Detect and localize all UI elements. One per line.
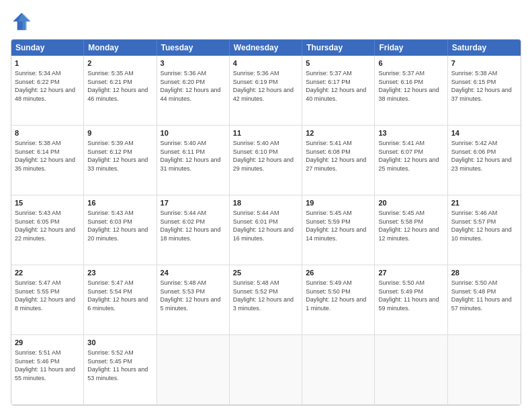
calendar-cell-day-10: 10Sunrise: 5:40 AMSunset: 6:11 PMDayligh… (157, 126, 230, 195)
cell-info: Sunrise: 5:41 AMSunset: 6:08 PMDaylight:… (306, 140, 366, 172)
calendar-body: 1Sunrise: 5:34 AMSunset: 6:22 PMDaylight… (11, 56, 521, 405)
day-number: 30 (87, 338, 152, 348)
calendar-cell-day-16: 16Sunrise: 5:43 AMSunset: 6:03 PMDayligh… (84, 195, 157, 265)
day-number: 23 (87, 268, 152, 278)
calendar-cell-day-29: 29Sunrise: 5:51 AMSunset: 5:46 PMDayligh… (11, 335, 84, 405)
calendar-header: SundayMondayTuesdayWednesdayThursdayFrid… (11, 40, 521, 56)
calendar-cell-day-27: 27Sunrise: 5:50 AMSunset: 5:49 PMDayligh… (375, 265, 447, 335)
header-day-sunday: Sunday (11, 40, 84, 56)
day-number: 26 (306, 268, 371, 278)
header-day-saturday: Saturday (448, 40, 521, 56)
day-number: 10 (161, 128, 226, 138)
day-number: 29 (15, 338, 80, 348)
logo (11, 11, 35, 32)
day-number: 5 (306, 58, 371, 68)
cell-info: Sunrise: 5:44 AMSunset: 6:01 PMDaylight:… (233, 210, 294, 242)
calendar-cell-day-5: 5Sunrise: 5:37 AMSunset: 6:17 PMDaylight… (302, 56, 375, 126)
calendar-cell-empty (375, 335, 447, 405)
header (11, 11, 521, 32)
day-number: 27 (378, 268, 443, 278)
cell-info: Sunrise: 5:43 AMSunset: 6:05 PMDaylight:… (15, 210, 75, 242)
day-number: 17 (161, 198, 226, 208)
logo-icon (11, 11, 32, 32)
cell-info: Sunrise: 5:40 AMSunset: 6:11 PMDaylight:… (161, 140, 221, 172)
calendar-cell-day-12: 12Sunrise: 5:41 AMSunset: 6:08 PMDayligh… (302, 126, 375, 195)
cell-info: Sunrise: 5:38 AMSunset: 6:14 PMDaylight:… (15, 140, 75, 172)
calendar-cell-day-30: 30Sunrise: 5:52 AMSunset: 5:45 PMDayligh… (84, 335, 157, 405)
header-day-monday: Monday (84, 40, 157, 56)
cell-info: Sunrise: 5:39 AMSunset: 6:12 PMDaylight:… (87, 140, 148, 172)
cell-info: Sunrise: 5:47 AMSunset: 5:54 PMDaylight:… (87, 279, 148, 312)
day-number: 21 (451, 198, 517, 208)
calendar-cell-day-22: 22Sunrise: 5:47 AMSunset: 5:55 PMDayligh… (11, 265, 84, 335)
day-number: 24 (161, 268, 226, 278)
calendar-cell-day-14: 14Sunrise: 5:42 AMSunset: 6:06 PMDayligh… (448, 126, 521, 195)
day-number: 19 (306, 198, 371, 208)
day-number: 8 (15, 128, 80, 138)
cell-info: Sunrise: 5:45 AMSunset: 5:59 PMDaylight:… (306, 210, 366, 242)
calendar-cell-day-19: 19Sunrise: 5:45 AMSunset: 5:59 PMDayligh… (302, 195, 375, 265)
cell-info: Sunrise: 5:51 AMSunset: 5:46 PMDaylight:… (15, 349, 75, 381)
cell-info: Sunrise: 5:43 AMSunset: 6:03 PMDaylight:… (87, 210, 148, 242)
cell-info: Sunrise: 5:48 AMSunset: 5:52 PMDaylight:… (233, 279, 294, 312)
day-number: 7 (451, 58, 517, 68)
day-number: 3 (161, 58, 226, 68)
calendar-cell-day-2: 2Sunrise: 5:35 AMSunset: 6:21 PMDaylight… (84, 56, 157, 126)
cell-info: Sunrise: 5:35 AMSunset: 6:21 PMDaylight:… (87, 70, 148, 102)
day-number: 16 (87, 198, 152, 208)
calendar-cell-empty (448, 335, 521, 405)
cell-info: Sunrise: 5:50 AMSunset: 5:48 PMDaylight:… (451, 279, 512, 312)
cell-info: Sunrise: 5:40 AMSunset: 6:10 PMDaylight:… (233, 140, 294, 172)
cell-info: Sunrise: 5:37 AMSunset: 6:16 PMDaylight:… (378, 70, 439, 102)
cell-info: Sunrise: 5:42 AMSunset: 6:06 PMDaylight:… (451, 140, 512, 172)
calendar-cell-day-1: 1Sunrise: 5:34 AMSunset: 6:22 PMDaylight… (11, 56, 84, 126)
day-number: 22 (15, 268, 80, 278)
cell-info: Sunrise: 5:38 AMSunset: 6:15 PMDaylight:… (451, 70, 512, 102)
day-number: 2 (87, 58, 152, 68)
calendar-cell-day-23: 23Sunrise: 5:47 AMSunset: 5:54 PMDayligh… (84, 265, 157, 335)
cell-info: Sunrise: 5:46 AMSunset: 5:57 PMDaylight:… (451, 210, 512, 242)
header-day-wednesday: Wednesday (230, 40, 302, 56)
day-number: 4 (233, 58, 298, 68)
day-number: 11 (233, 128, 298, 138)
day-number: 15 (15, 198, 80, 208)
day-number: 28 (451, 268, 517, 278)
cell-info: Sunrise: 5:50 AMSunset: 5:49 PMDaylight:… (378, 279, 439, 312)
calendar-cell-day-28: 28Sunrise: 5:50 AMSunset: 5:48 PMDayligh… (448, 265, 521, 335)
calendar-cell-day-25: 25Sunrise: 5:48 AMSunset: 5:52 PMDayligh… (230, 265, 302, 335)
calendar-cell-empty (230, 335, 302, 405)
cell-info: Sunrise: 5:45 AMSunset: 5:58 PMDaylight:… (378, 210, 439, 242)
calendar-cell-day-7: 7Sunrise: 5:38 AMSunset: 6:15 PMDaylight… (448, 56, 521, 126)
day-number: 1 (15, 58, 80, 68)
cell-info: Sunrise: 5:48 AMSunset: 5:53 PMDaylight:… (161, 279, 221, 312)
calendar-cell-day-24: 24Sunrise: 5:48 AMSunset: 5:53 PMDayligh… (157, 265, 230, 335)
header-day-thursday: Thursday (302, 40, 375, 56)
calendar-cell-day-18: 18Sunrise: 5:44 AMSunset: 6:01 PMDayligh… (230, 195, 302, 265)
calendar-cell-day-4: 4Sunrise: 5:36 AMSunset: 6:19 PMDaylight… (230, 56, 302, 126)
day-number: 12 (306, 128, 371, 138)
calendar: SundayMondayTuesdayWednesdayThursdayFrid… (11, 39, 521, 406)
day-number: 6 (378, 58, 443, 68)
calendar-cell-day-15: 15Sunrise: 5:43 AMSunset: 6:05 PMDayligh… (11, 195, 84, 265)
cell-info: Sunrise: 5:44 AMSunset: 6:02 PMDaylight:… (161, 210, 221, 242)
calendar-cell-day-8: 8Sunrise: 5:38 AMSunset: 6:14 PMDaylight… (11, 126, 84, 195)
day-number: 14 (451, 128, 517, 138)
calendar-cell-day-21: 21Sunrise: 5:46 AMSunset: 5:57 PMDayligh… (448, 195, 521, 265)
calendar-cell-empty (157, 335, 230, 405)
cell-info: Sunrise: 5:36 AMSunset: 6:20 PMDaylight:… (161, 70, 221, 102)
calendar-cell-day-11: 11Sunrise: 5:40 AMSunset: 6:10 PMDayligh… (230, 126, 302, 195)
page: SundayMondayTuesdayWednesdayThursdayFrid… (0, 0, 532, 411)
day-number: 25 (233, 268, 298, 278)
cell-info: Sunrise: 5:41 AMSunset: 6:07 PMDaylight:… (378, 140, 439, 172)
calendar-cell-day-6: 6Sunrise: 5:37 AMSunset: 6:16 PMDaylight… (375, 56, 447, 126)
calendar-cell-day-20: 20Sunrise: 5:45 AMSunset: 5:58 PMDayligh… (375, 195, 447, 265)
calendar-cell-day-26: 26Sunrise: 5:49 AMSunset: 5:50 PMDayligh… (302, 265, 375, 335)
header-day-tuesday: Tuesday (157, 40, 230, 56)
day-number: 13 (378, 128, 443, 138)
calendar-cell-empty (302, 335, 375, 405)
cell-info: Sunrise: 5:34 AMSunset: 6:22 PMDaylight:… (15, 70, 75, 102)
calendar-cell-day-13: 13Sunrise: 5:41 AMSunset: 6:07 PMDayligh… (375, 126, 447, 195)
day-number: 20 (378, 198, 443, 208)
cell-info: Sunrise: 5:52 AMSunset: 5:45 PMDaylight:… (87, 349, 148, 381)
day-number: 9 (87, 128, 152, 138)
